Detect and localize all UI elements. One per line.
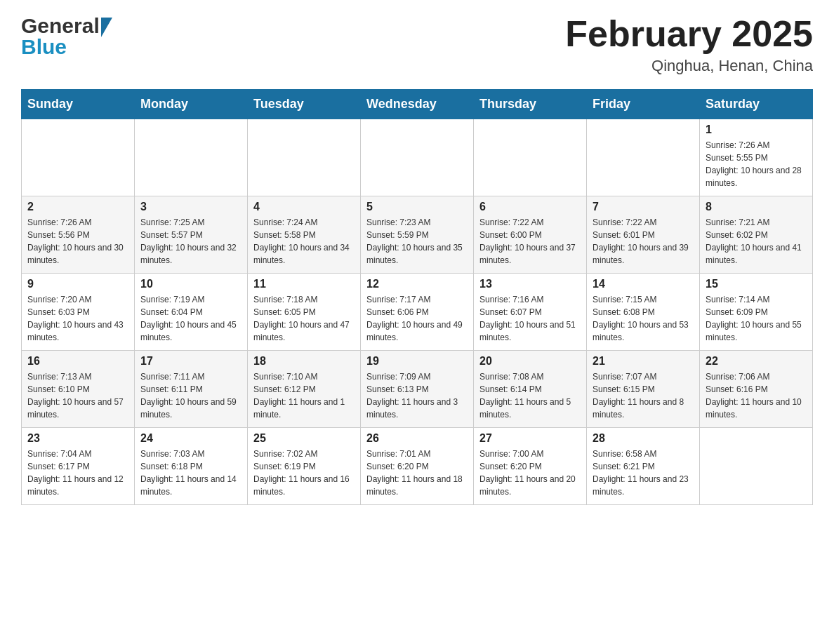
logo-blue-text: Blue <box>21 35 112 59</box>
calendar-cell: 21Sunrise: 7:07 AMSunset: 6:15 PMDayligh… <box>587 351 700 428</box>
week-row-4: 16Sunrise: 7:13 AMSunset: 6:10 PMDayligh… <box>22 351 813 428</box>
weekday-header-sunday: Sunday <box>22 90 135 119</box>
calendar-cell: 5Sunrise: 7:23 AMSunset: 5:59 PMDaylight… <box>361 196 474 274</box>
day-number: 15 <box>706 278 807 290</box>
day-number: 17 <box>140 355 241 368</box>
calendar-cell: 3Sunrise: 7:25 AMSunset: 5:57 PMDaylight… <box>135 196 248 274</box>
calendar-cell <box>135 119 248 196</box>
day-number: 22 <box>706 355 807 368</box>
calendar-cell: 17Sunrise: 7:11 AMSunset: 6:11 PMDayligh… <box>135 351 248 428</box>
day-info: Sunrise: 7:24 AMSunset: 5:58 PMDaylight:… <box>253 216 355 267</box>
logo-general-text: General <box>21 14 100 38</box>
day-number: 28 <box>593 432 694 445</box>
day-number: 12 <box>366 278 468 290</box>
calendar-cell <box>361 119 474 196</box>
day-info: Sunrise: 7:21 AMSunset: 6:02 PMDaylight:… <box>706 216 807 267</box>
day-info: Sunrise: 7:26 AMSunset: 5:55 PMDaylight:… <box>706 139 807 189</box>
calendar-cell: 25Sunrise: 7:02 AMSunset: 6:19 PMDayligh… <box>248 428 361 505</box>
day-info: Sunrise: 7:01 AMSunset: 6:20 PMDaylight:… <box>366 448 468 498</box>
calendar-cell <box>248 119 361 196</box>
calendar-cell: 7Sunrise: 7:22 AMSunset: 6:01 PMDaylight… <box>587 196 700 274</box>
calendar-cell: 23Sunrise: 7:04 AMSunset: 6:17 PMDayligh… <box>22 428 135 505</box>
day-info: Sunrise: 7:04 AMSunset: 6:17 PMDaylight:… <box>27 448 128 498</box>
calendar-cell: 1Sunrise: 7:26 AMSunset: 5:55 PMDaylight… <box>700 119 813 196</box>
calendar-cell: 19Sunrise: 7:09 AMSunset: 6:13 PMDayligh… <box>361 351 474 428</box>
weekday-header-row: SundayMondayTuesdayWednesdayThursdayFrid… <box>22 90 813 119</box>
day-info: Sunrise: 7:19 AMSunset: 6:04 PMDaylight:… <box>140 293 241 344</box>
weekday-header-friday: Friday <box>587 90 700 119</box>
day-number: 20 <box>479 355 581 368</box>
day-info: Sunrise: 7:00 AMSunset: 6:20 PMDaylight:… <box>479 448 581 498</box>
day-number: 16 <box>27 355 128 368</box>
month-title: February 2025 <box>565 14 813 54</box>
day-info: Sunrise: 7:06 AMSunset: 6:16 PMDaylight:… <box>706 370 807 421</box>
day-info: Sunrise: 7:20 AMSunset: 6:03 PMDaylight:… <box>27 293 128 344</box>
day-info: Sunrise: 7:13 AMSunset: 6:10 PMDaylight:… <box>27 370 128 421</box>
weekday-header-wednesday: Wednesday <box>361 90 474 119</box>
day-number: 2 <box>27 201 128 213</box>
day-number: 21 <box>593 355 694 368</box>
week-row-1: 1Sunrise: 7:26 AMSunset: 5:55 PMDaylight… <box>22 119 813 196</box>
calendar-cell: 13Sunrise: 7:16 AMSunset: 6:07 PMDayligh… <box>474 274 587 351</box>
day-info: Sunrise: 7:17 AMSunset: 6:06 PMDaylight:… <box>366 293 468 344</box>
calendar-cell: 16Sunrise: 7:13 AMSunset: 6:10 PMDayligh… <box>22 351 135 428</box>
day-info: Sunrise: 7:02 AMSunset: 6:19 PMDaylight:… <box>253 448 355 498</box>
title-block: February 2025 Qinghua, Henan, China <box>565 14 813 75</box>
weekday-header-saturday: Saturday <box>700 90 813 119</box>
day-number: 25 <box>253 432 355 445</box>
calendar-cell <box>474 119 587 196</box>
day-info: Sunrise: 7:09 AMSunset: 6:13 PMDaylight:… <box>366 370 468 421</box>
day-info: Sunrise: 7:18 AMSunset: 6:05 PMDaylight:… <box>253 293 355 344</box>
day-number: 9 <box>27 278 128 290</box>
day-number: 3 <box>140 201 241 213</box>
day-number: 8 <box>706 201 807 213</box>
calendar-cell: 10Sunrise: 7:19 AMSunset: 6:04 PMDayligh… <box>135 274 248 351</box>
calendar-cell: 24Sunrise: 7:03 AMSunset: 6:18 PMDayligh… <box>135 428 248 505</box>
day-number: 18 <box>253 355 355 368</box>
calendar-cell: 18Sunrise: 7:10 AMSunset: 6:12 PMDayligh… <box>248 351 361 428</box>
week-row-3: 9Sunrise: 7:20 AMSunset: 6:03 PMDaylight… <box>22 274 813 351</box>
location-text: Qinghua, Henan, China <box>565 57 813 75</box>
calendar-cell: 12Sunrise: 7:17 AMSunset: 6:06 PMDayligh… <box>361 274 474 351</box>
calendar-cell: 9Sunrise: 7:20 AMSunset: 6:03 PMDaylight… <box>22 274 135 351</box>
day-info: Sunrise: 7:08 AMSunset: 6:14 PMDaylight:… <box>479 370 581 421</box>
weekday-header-tuesday: Tuesday <box>248 90 361 119</box>
calendar-cell: 26Sunrise: 7:01 AMSunset: 6:20 PMDayligh… <box>361 428 474 505</box>
day-info: Sunrise: 7:14 AMSunset: 6:09 PMDaylight:… <box>706 293 807 344</box>
calendar-cell <box>700 428 813 505</box>
day-number: 26 <box>366 432 468 445</box>
day-number: 4 <box>253 201 355 213</box>
calendar-cell: 15Sunrise: 7:14 AMSunset: 6:09 PMDayligh… <box>700 274 813 351</box>
weekday-header-thursday: Thursday <box>474 90 587 119</box>
day-info: Sunrise: 7:22 AMSunset: 6:00 PMDaylight:… <box>479 216 581 267</box>
calendar-cell <box>587 119 700 196</box>
calendar-cell: 20Sunrise: 7:08 AMSunset: 6:14 PMDayligh… <box>474 351 587 428</box>
calendar-cell: 4Sunrise: 7:24 AMSunset: 5:58 PMDaylight… <box>248 196 361 274</box>
day-info: Sunrise: 7:23 AMSunset: 5:59 PMDaylight:… <box>366 216 468 267</box>
day-number: 7 <box>593 201 694 213</box>
day-number: 19 <box>366 355 468 368</box>
day-number: 23 <box>27 432 128 445</box>
week-row-5: 23Sunrise: 7:04 AMSunset: 6:17 PMDayligh… <box>22 428 813 505</box>
day-info: Sunrise: 7:15 AMSunset: 6:08 PMDaylight:… <box>593 293 694 344</box>
day-number: 11 <box>253 278 355 290</box>
day-number: 6 <box>479 201 581 213</box>
weekday-header-monday: Monday <box>135 90 248 119</box>
day-info: Sunrise: 7:16 AMSunset: 6:07 PMDaylight:… <box>479 293 581 344</box>
day-info: Sunrise: 7:10 AMSunset: 6:12 PMDaylight:… <box>253 370 355 421</box>
day-info: Sunrise: 7:25 AMSunset: 5:57 PMDaylight:… <box>140 216 241 267</box>
calendar-cell: 22Sunrise: 7:06 AMSunset: 6:16 PMDayligh… <box>700 351 813 428</box>
page-header: General Blue February 2025 Qinghua, Hena… <box>21 14 813 75</box>
calendar-cell: 8Sunrise: 7:21 AMSunset: 6:02 PMDaylight… <box>700 196 813 274</box>
day-info: Sunrise: 7:11 AMSunset: 6:11 PMDaylight:… <box>140 370 241 421</box>
calendar-table: SundayMondayTuesdayWednesdayThursdayFrid… <box>21 89 813 505</box>
day-info: Sunrise: 6:58 AMSunset: 6:21 PMDaylight:… <box>593 448 694 498</box>
calendar-cell: 27Sunrise: 7:00 AMSunset: 6:20 PMDayligh… <box>474 428 587 505</box>
day-info: Sunrise: 7:07 AMSunset: 6:15 PMDaylight:… <box>593 370 694 421</box>
calendar-cell: 14Sunrise: 7:15 AMSunset: 6:08 PMDayligh… <box>587 274 700 351</box>
calendar-cell: 28Sunrise: 6:58 AMSunset: 6:21 PMDayligh… <box>587 428 700 505</box>
calendar-cell: 2Sunrise: 7:26 AMSunset: 5:56 PMDaylight… <box>22 196 135 274</box>
calendar-cell <box>22 119 135 196</box>
day-number: 5 <box>366 201 468 213</box>
calendar-cell: 11Sunrise: 7:18 AMSunset: 6:05 PMDayligh… <box>248 274 361 351</box>
